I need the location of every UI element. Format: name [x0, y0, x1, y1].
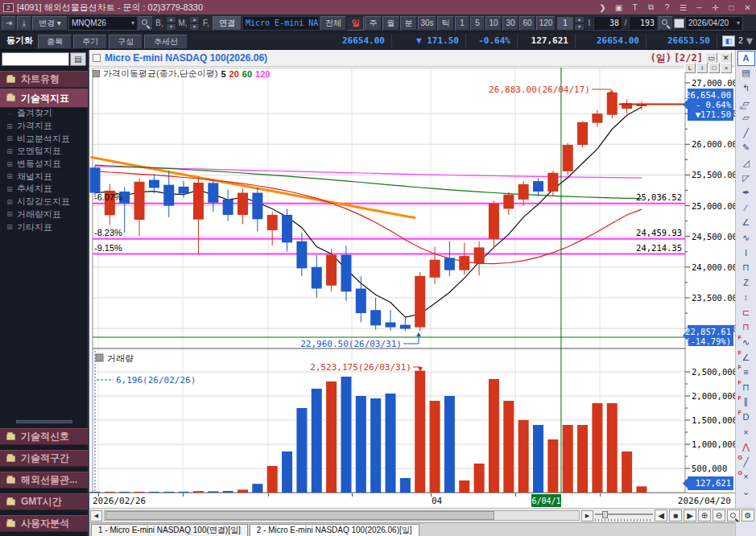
range-tool[interactable]: ⊏	[737, 305, 755, 320]
split-view-control[interactable]: ◧2▾	[722, 33, 753, 48]
fib-speedline-tool[interactable]: ∠F	[737, 350, 755, 365]
tab-chart-1[interactable]: 1 - Micro E-mini NASDAQ 100(연결)[일]	[91, 524, 248, 536]
all-button[interactable]: 전체	[320, 16, 346, 31]
sidebar-section-chart-type[interactable]: 차트유형	[0, 71, 88, 88]
sidebar-item-5[interactable]: ⊞변동성지표	[0, 158, 88, 171]
wave-tool[interactable]: ∿	[737, 230, 755, 245]
fib-dates-tool[interactable]: DF	[737, 410, 755, 425]
scrollbar-thumb[interactable]	[105, 511, 494, 520]
play-back-button[interactable]: ◀	[655, 509, 667, 522]
sidebar-item-8[interactable]: ⊞시장강도지표	[0, 196, 88, 208]
angle-tool[interactable]: ∠	[737, 216, 755, 231]
bar-total-field[interactable]: 193	[629, 16, 658, 31]
gann-fan-tool[interactable]: ×G	[737, 470, 755, 485]
sidebar-section-bottom-1[interactable]: 기술적신호	[0, 428, 88, 445]
indicator-list-tool[interactable]: ▤	[737, 66, 755, 81]
undo-tool[interactable]: ↰	[737, 80, 755, 96]
period-week-button[interactable]: 주	[365, 16, 382, 31]
dock-left-button[interactable]: ⇥	[2, 16, 16, 31]
ray-down-tool[interactable]: ◿	[737, 155, 755, 171]
m-spinner[interactable]: ▲▼	[189, 16, 200, 31]
zoom-out-button[interactable]: ⊖	[713, 509, 725, 522]
sidebar-item-3[interactable]: ⊞비교분석지표	[0, 132, 88, 145]
chart-mini-button-4[interactable]: ×	[721, 63, 732, 73]
multiplier-stepper[interactable]: 1▲▼	[556, 16, 585, 31]
sidebar-item-7[interactable]: ⊞추세지표	[0, 183, 88, 196]
sync-symbol-button[interactable]: 종목	[38, 35, 72, 49]
interval-120-button[interactable]: 120	[536, 16, 556, 31]
chart-scrollbar[interactable]	[104, 510, 580, 521]
chart-mini-button-2[interactable]: I	[696, 63, 708, 73]
segment-tool[interactable]: ∕	[737, 200, 755, 216]
period-30s-button[interactable]: 30s	[418, 16, 436, 31]
play-forward-button[interactable]: ▶	[684, 509, 696, 522]
fib-fan-tool[interactable]: ∿F	[737, 335, 755, 350]
symbol-search-button[interactable]	[138, 16, 153, 31]
ray-up-tool[interactable]: ◸	[737, 171, 755, 186]
interval-10-button[interactable]: 10	[485, 16, 502, 31]
period-month-button[interactable]: 월	[382, 16, 399, 31]
marker-tool[interactable]: ✒	[737, 185, 755, 200]
interval-60-button[interactable]: 60	[519, 16, 535, 31]
chart-search-button[interactable]	[659, 16, 673, 31]
zigzag-tool[interactable]: Z	[737, 275, 755, 291]
chart-settings-button[interactable]: ⚙	[742, 509, 754, 522]
zoom-slider[interactable]	[595, 510, 653, 522]
sync-period-button[interactable]: 주기	[73, 35, 107, 49]
period-day-button[interactable]: 일	[347, 16, 364, 31]
sidebar-item-1[interactable]: ·즐겨찾기	[0, 107, 88, 120]
change-button[interactable]: 변경 ▾	[32, 16, 68, 31]
interval-1-button[interactable]: 1	[455, 16, 469, 31]
scroll-left-button[interactable]: ◀	[90, 510, 102, 522]
box-range-tool[interactable]: ⊓	[737, 320, 755, 336]
sidebar-section-bottom-2[interactable]: 기술적구간	[0, 450, 88, 467]
link-button[interactable]: 연결	[213, 16, 242, 31]
sidebar-item-6[interactable]: ⊞채널지표	[0, 170, 88, 183]
vertical-line-tool[interactable]: I	[737, 245, 755, 261]
wave-count-tool[interactable]: ⋀	[737, 439, 755, 455]
gann-line-tool[interactable]: ╱G	[737, 455, 755, 470]
chart-maximize-button[interactable]: ▭	[705, 52, 717, 64]
sidebar-section-bottom-4[interactable]: GMT시간	[0, 493, 88, 510]
chart-canvas[interactable]: 27,000.0026,500.0026,000.0025,500.0025,0…	[89, 68, 735, 493]
text-tool[interactable]: A	[737, 51, 755, 66]
zoom-select-button[interactable]	[727, 509, 740, 522]
price-cross-tool[interactable]: ×	[737, 425, 755, 440]
sidebar-section-tech-indicator[interactable]: 기술적지표	[0, 89, 88, 108]
chart-mini-button-3[interactable]: □	[708, 63, 720, 73]
bar-index-field[interactable]: 38	[593, 16, 622, 31]
b-spinner[interactable]: ▲▼	[166, 16, 176, 31]
date-field[interactable]: 2026/04/20▾	[685, 16, 743, 31]
chart-title-checkbox[interactable]	[93, 54, 101, 62]
sidebar-section-bottom-5[interactable]: 사용자분석	[0, 515, 88, 532]
stop-button[interactable]: ■	[669, 509, 682, 522]
sidebar-item-2[interactable]: ⊞가격지표	[0, 120, 88, 133]
chart-mini-button-1[interactable]: L	[684, 63, 696, 73]
trendline-tool[interactable]: ╱	[737, 126, 755, 141]
dock-bottom-button[interactable]: ⤓	[17, 16, 31, 31]
indicator-search-list-button[interactable]: ▤	[70, 52, 86, 66]
trendline-button[interactable]: 추세선	[144, 35, 188, 49]
updown-arrow-tool[interactable]: ↕	[737, 291, 755, 306]
pen-line-tool[interactable]: ✎	[737, 141, 755, 156]
sidebar-splitter[interactable]	[16, 420, 72, 423]
chart-close-button[interactable]: ✕	[720, 52, 732, 64]
fib-timezone-tool[interactable]: ∥F	[737, 395, 755, 410]
more-tools-button[interactable]: ⌄	[737, 484, 755, 500]
scroll-right-button[interactable]: ▶	[581, 510, 593, 522]
sidebar-item-10[interactable]: ⊞기타지표	[0, 221, 88, 233]
move-button[interactable]: ✛	[710, 3, 721, 12]
zoom-slider-handle[interactable]	[602, 511, 608, 518]
channel-tool[interactable]: ⊓	[737, 260, 755, 275]
indicator-search-input[interactable]	[2, 52, 69, 66]
eraser-tool[interactable]: ▱	[737, 110, 755, 126]
period-minute-button[interactable]: 분	[400, 16, 417, 31]
symbol-combo[interactable]: MNQM26▾	[68, 16, 138, 31]
close-button[interactable]: ✕	[742, 3, 753, 12]
sync-layout-button[interactable]: 구성	[109, 35, 143, 49]
sidebar-item-9[interactable]: ⊞거래량지표	[0, 208, 88, 221]
interval-5-button[interactable]: 5	[470, 16, 485, 31]
fib-retracement-tool[interactable]: ≡F	[737, 365, 755, 380]
tab-chart-2[interactable]: 2 - Micro E-mini NASDAQ 100(2026.06)[일]	[250, 524, 419, 536]
zoom-in-button[interactable]: ⊕	[698, 509, 711, 522]
